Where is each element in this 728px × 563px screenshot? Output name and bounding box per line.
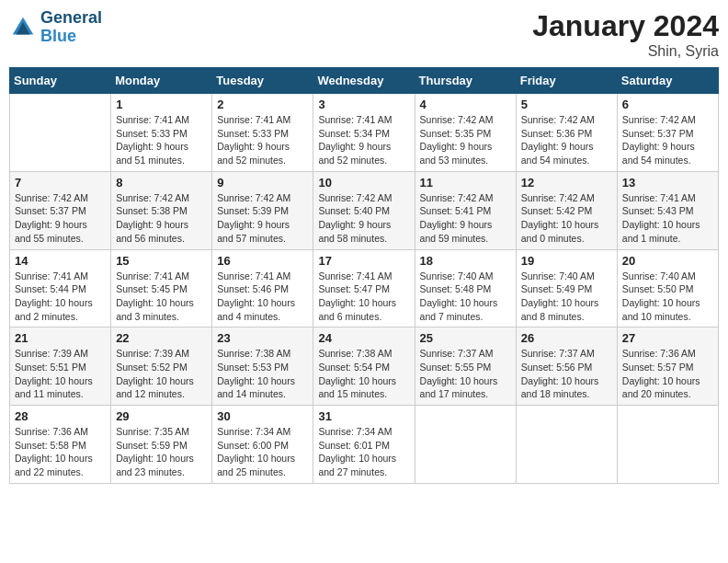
day-header-wednesday: Wednesday (313, 68, 415, 94)
day-number: 7 (15, 176, 106, 190)
day-info: Sunrise: 7:41 AMSunset: 5:43 PMDaylight:… (622, 191, 713, 246)
calendar-day: 9Sunrise: 7:42 AMSunset: 5:39 PMDaylight… (212, 171, 313, 249)
calendar-day: 24Sunrise: 7:38 AMSunset: 5:54 PMDayligh… (313, 327, 415, 406)
day-number: 22 (116, 331, 207, 345)
calendar-day: 23Sunrise: 7:38 AMSunset: 5:53 PMDayligh… (212, 327, 313, 406)
day-header-thursday: Thursday (415, 68, 516, 94)
calendar-day: 20Sunrise: 7:40 AMSunset: 5:50 PMDayligh… (617, 249, 718, 327)
calendar-day: 18Sunrise: 7:40 AMSunset: 5:48 PMDayligh… (415, 249, 516, 327)
calendar-day: 22Sunrise: 7:39 AMSunset: 5:52 PMDayligh… (111, 327, 212, 406)
day-info: Sunrise: 7:41 AMSunset: 5:44 PMDaylight:… (15, 270, 106, 324)
day-number: 11 (420, 176, 511, 190)
day-info: Sunrise: 7:36 AMSunset: 5:57 PMDaylight:… (622, 347, 713, 401)
day-number: 28 (15, 409, 106, 423)
calendar-day: 17Sunrise: 7:41 AMSunset: 5:47 PMDayligh… (313, 249, 415, 327)
calendar-day: 19Sunrise: 7:40 AMSunset: 5:49 PMDayligh… (516, 249, 617, 327)
calendar-day: 10Sunrise: 7:42 AMSunset: 5:40 PMDayligh… (313, 171, 415, 249)
calendar-body: 1Sunrise: 7:41 AMSunset: 5:33 PMDaylight… (10, 94, 719, 484)
title-area: January 2024 Shin, Syria (532, 9, 719, 60)
calendar-day: 8Sunrise: 7:42 AMSunset: 5:38 PMDaylight… (111, 171, 212, 249)
day-info: Sunrise: 7:40 AMSunset: 5:49 PMDaylight:… (521, 270, 612, 324)
day-info: Sunrise: 7:37 AMSunset: 5:55 PMDaylight:… (420, 347, 511, 401)
calendar-day: 4Sunrise: 7:42 AMSunset: 5:35 PMDaylight… (415, 94, 516, 172)
day-number: 21 (15, 331, 106, 345)
day-number: 27 (622, 331, 713, 345)
day-number: 17 (318, 254, 409, 268)
day-number: 5 (521, 98, 612, 111)
day-header-tuesday: Tuesday (212, 68, 313, 94)
day-number: 6 (622, 98, 713, 111)
calendar-day: 5Sunrise: 7:42 AMSunset: 5:36 PMDaylight… (516, 94, 617, 172)
day-number: 12 (521, 176, 612, 190)
day-number: 10 (318, 176, 409, 190)
calendar-week-5: 28Sunrise: 7:36 AMSunset: 5:58 PMDayligh… (10, 406, 719, 484)
calendar-day: 29Sunrise: 7:35 AMSunset: 5:59 PMDayligh… (111, 406, 212, 484)
calendar-table: SundayMondayTuesdayWednesdayThursdayFrid… (9, 67, 719, 484)
day-info: Sunrise: 7:42 AMSunset: 5:39 PMDaylight:… (217, 191, 308, 246)
day-info: Sunrise: 7:41 AMSunset: 5:34 PMDaylight:… (318, 113, 409, 167)
day-info: Sunrise: 7:39 AMSunset: 5:51 PMDaylight:… (15, 347, 106, 401)
day-header-monday: Monday (111, 68, 212, 94)
day-info: Sunrise: 7:41 AMSunset: 5:46 PMDaylight:… (217, 270, 308, 324)
calendar-day: 13Sunrise: 7:41 AMSunset: 5:43 PMDayligh… (617, 171, 718, 249)
day-info: Sunrise: 7:42 AMSunset: 5:38 PMDaylight:… (116, 191, 207, 246)
location: Shin, Syria (532, 43, 719, 60)
day-number: 3 (318, 98, 409, 111)
day-number: 1 (116, 98, 207, 111)
month-title: January 2024 (532, 9, 719, 43)
calendar-day: 1Sunrise: 7:41 AMSunset: 5:33 PMDaylight… (111, 94, 212, 172)
day-number: 26 (521, 331, 612, 345)
day-number: 24 (318, 331, 409, 345)
calendar-day: 27Sunrise: 7:36 AMSunset: 5:57 PMDayligh… (617, 327, 718, 406)
day-info: Sunrise: 7:41 AMSunset: 5:33 PMDaylight:… (116, 113, 207, 167)
day-number: 25 (420, 331, 511, 345)
day-header-saturday: Saturday (617, 68, 718, 94)
day-info: Sunrise: 7:34 AMSunset: 6:01 PMDaylight:… (318, 425, 409, 479)
calendar-day (415, 406, 516, 484)
calendar-week-4: 21Sunrise: 7:39 AMSunset: 5:51 PMDayligh… (10, 327, 719, 406)
day-info: Sunrise: 7:39 AMSunset: 5:52 PMDaylight:… (116, 347, 207, 401)
day-number: 14 (15, 254, 106, 268)
day-number: 8 (116, 176, 207, 190)
calendar-week-2: 7Sunrise: 7:42 AMSunset: 5:37 PMDaylight… (10, 171, 719, 249)
calendar-day: 15Sunrise: 7:41 AMSunset: 5:45 PMDayligh… (111, 249, 212, 327)
day-number: 30 (217, 409, 308, 423)
day-info: Sunrise: 7:41 AMSunset: 5:45 PMDaylight:… (116, 270, 207, 324)
logo-icon (9, 14, 37, 41)
logo: General Blue (9, 9, 102, 46)
day-number: 31 (318, 409, 409, 423)
calendar-day: 2Sunrise: 7:41 AMSunset: 5:33 PMDaylight… (212, 94, 313, 172)
day-info: Sunrise: 7:42 AMSunset: 5:40 PMDaylight:… (318, 191, 409, 246)
day-info: Sunrise: 7:37 AMSunset: 5:56 PMDaylight:… (521, 347, 612, 401)
day-number: 20 (622, 254, 713, 268)
day-info: Sunrise: 7:40 AMSunset: 5:50 PMDaylight:… (622, 270, 713, 324)
day-info: Sunrise: 7:40 AMSunset: 5:48 PMDaylight:… (420, 270, 511, 324)
day-number: 18 (420, 254, 511, 268)
day-header-friday: Friday (516, 68, 617, 94)
day-number: 15 (116, 254, 207, 268)
calendar-day: 30Sunrise: 7:34 AMSunset: 6:00 PMDayligh… (212, 406, 313, 484)
calendar-week-3: 14Sunrise: 7:41 AMSunset: 5:44 PMDayligh… (10, 249, 719, 327)
day-number: 16 (217, 254, 308, 268)
day-number: 23 (217, 331, 308, 345)
day-number: 2 (217, 98, 308, 111)
day-header-sunday: Sunday (10, 68, 111, 94)
day-info: Sunrise: 7:42 AMSunset: 5:36 PMDaylight:… (521, 113, 612, 167)
calendar-day: 31Sunrise: 7:34 AMSunset: 6:01 PMDayligh… (313, 406, 415, 484)
calendar-day (617, 406, 718, 484)
calendar-day (516, 406, 617, 484)
day-number: 29 (116, 409, 207, 423)
calendar-day: 26Sunrise: 7:37 AMSunset: 5:56 PMDayligh… (516, 327, 617, 406)
day-number: 9 (217, 176, 308, 190)
day-info: Sunrise: 7:41 AMSunset: 5:33 PMDaylight:… (217, 113, 308, 167)
day-info: Sunrise: 7:42 AMSunset: 5:41 PMDaylight:… (420, 191, 511, 246)
day-info: Sunrise: 7:41 AMSunset: 5:47 PMDaylight:… (318, 270, 409, 324)
calendar-day: 12Sunrise: 7:42 AMSunset: 5:42 PMDayligh… (516, 171, 617, 249)
day-info: Sunrise: 7:38 AMSunset: 5:53 PMDaylight:… (217, 347, 308, 401)
page-header: General Blue January 2024 Shin, Syria (9, 9, 719, 60)
day-info: Sunrise: 7:35 AMSunset: 5:59 PMDaylight:… (116, 425, 207, 479)
day-info: Sunrise: 7:36 AMSunset: 5:58 PMDaylight:… (15, 425, 106, 479)
calendar-week-1: 1Sunrise: 7:41 AMSunset: 5:33 PMDaylight… (10, 94, 719, 172)
calendar-day: 11Sunrise: 7:42 AMSunset: 5:41 PMDayligh… (415, 171, 516, 249)
calendar-day (10, 94, 111, 172)
